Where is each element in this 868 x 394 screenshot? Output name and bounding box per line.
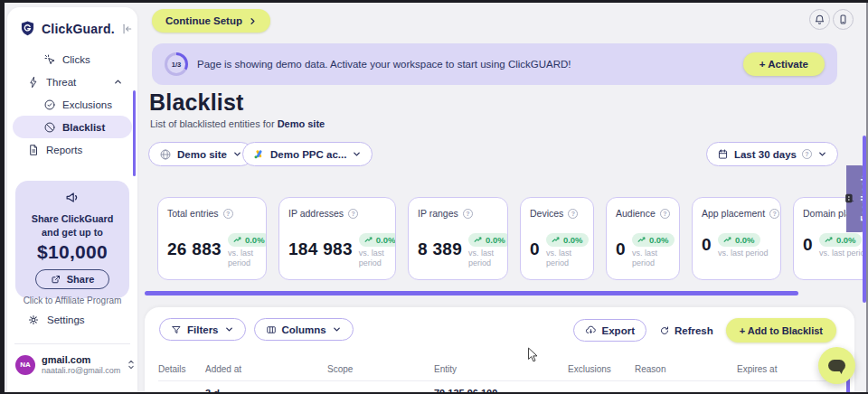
device-button[interactable]: [833, 9, 854, 30]
stat-value: 0: [702, 235, 712, 255]
stat-vs-label: vs. last period: [819, 249, 868, 258]
trend-up-icon: [364, 237, 373, 243]
window-frame-top: [0, 0, 868, 3]
chevron-down-icon: [817, 149, 827, 159]
table-toolbar-right: Export Refresh + Add to Blacklist: [573, 318, 836, 342]
sidebar-item-label: Blacklist: [62, 122, 105, 133]
add-to-blacklist-button[interactable]: + Add to Blacklist: [726, 318, 836, 342]
column-header-reason[interactable]: Reason: [635, 364, 737, 374]
column-header-entity[interactable]: Entity: [434, 364, 568, 374]
google-ads-icon: [253, 148, 265, 160]
sidebar-item-threat[interactable]: Threat: [7, 70, 137, 93]
shield-logo-icon: [19, 20, 36, 37]
refresh-button[interactable]: Refresh: [659, 325, 713, 336]
brand-name: ClickGuard.: [42, 22, 115, 36]
sidebar-item-clicks[interactable]: Clicks: [7, 48, 137, 70]
stat-vs-label: vs. last period: [632, 249, 674, 269]
table-toolbar-left: Filters Columns: [159, 318, 354, 341]
stat-value: 8 389: [418, 239, 462, 259]
stat-vs-label: vs. last period: [359, 249, 396, 269]
date-range-selector[interactable]: Last 30 days: [706, 142, 838, 166]
document-icon: [27, 144, 40, 156]
account-name: gmail.com: [42, 354, 120, 366]
external-link-icon: [51, 274, 61, 285]
promo-footer: Click to Affiliate Program: [23, 296, 122, 305]
trend-up-icon: [637, 237, 646, 243]
stat-value: 184 983: [288, 239, 353, 259]
filters-button[interactable]: Filters: [159, 318, 246, 341]
sidebar-item-blacklist[interactable]: Blacklist: [13, 116, 132, 138]
ppc-account-selector[interactable]: Demo PPC ac...: [242, 142, 373, 166]
sidebar-item-exclusions[interactable]: Exclusions: [7, 93, 137, 116]
affiliate-promo-card[interactable]: Share ClickGuard and get up to $10,000 S…: [15, 181, 129, 298]
info-icon[interactable]: [568, 209, 578, 219]
account-switcher[interactable]: NA gmail.com naatali.ro@gmail.com: [7, 354, 137, 376]
sidebar-collapse-icon[interactable]: [120, 23, 133, 35]
share-button[interactable]: Share: [35, 269, 110, 289]
site-selector[interactable]: Demo site: [148, 142, 253, 166]
sidebar-scrollbar[interactable]: [133, 90, 136, 176]
info-icon[interactable]: [463, 209, 473, 219]
sidebar-nav: Clicks Threat Exclusions Blacklist: [7, 48, 137, 161]
notifications-button[interactable]: [809, 9, 830, 30]
chevron-down-icon: [332, 324, 342, 334]
trend-badge: 0.0%: [468, 233, 508, 247]
stat-value: 26 883: [167, 239, 222, 259]
banner-message: Page is showing demo data. Activate your…: [197, 59, 571, 70]
cursor-click-icon: [43, 53, 56, 66]
stat-card-devices: Devices 0 0.0% vs. last period: [520, 197, 594, 280]
horizontal-scrollbar[interactable]: [145, 291, 798, 296]
refresh-icon: [659, 325, 670, 336]
chevron-down-icon: [352, 149, 362, 159]
stat-value: 0: [616, 239, 626, 259]
stat-value: 0: [530, 239, 540, 259]
sidebar-item-label: Clicks: [62, 54, 90, 65]
stat-label: App placement: [702, 208, 765, 219]
chevron-down-icon: [224, 324, 234, 334]
globe-icon: [159, 148, 172, 161]
sidebar-item-settings[interactable]: Settings: [7, 309, 137, 331]
stats-row: Total entries 26 883 0.0% vs. last perio…: [157, 197, 868, 282]
stat-card-audience: Audience 0 0.0% vs. last period: [606, 197, 680, 280]
calendar-icon: [717, 148, 729, 160]
stat-delta: 0.0%: [563, 235, 583, 245]
trend-badge: 0.0%: [819, 233, 862, 247]
stat-vs-label: vs. last period: [546, 249, 588, 269]
feedback-chat-icon: [844, 194, 854, 204]
column-header-scope[interactable]: Scope: [327, 364, 434, 374]
stat-delta-block: 0.0% vs. last period: [819, 230, 868, 258]
chat-launcher-button[interactable]: [818, 347, 855, 384]
funnel-icon: [171, 324, 182, 335]
refresh-label: Refresh: [675, 325, 713, 336]
column-header-details[interactable]: Details: [158, 364, 205, 374]
info-icon[interactable]: [769, 209, 779, 219]
info-icon[interactable]: [660, 209, 670, 219]
info-icon[interactable]: [348, 209, 358, 219]
continue-setup-button[interactable]: Continue Setup: [152, 9, 270, 33]
column-header-exclusions[interactable]: Exclusions: [568, 364, 635, 374]
activate-button[interactable]: + Activate: [743, 52, 825, 76]
stat-vs-label: vs. last period: [228, 249, 267, 269]
check-circle-icon: [43, 98, 56, 111]
columns-label: Columns: [282, 324, 326, 335]
stat-label: IP ranges: [418, 208, 458, 219]
info-icon[interactable]: [223, 209, 233, 219]
columns-button[interactable]: Columns: [254, 318, 354, 341]
sidebar-item-label: Reports: [46, 145, 82, 155]
stat-vs-label: vs. last period: [718, 249, 769, 258]
trend-badge: 0.0%: [228, 233, 267, 247]
sidebar-item-label: Exclusions: [62, 99, 112, 110]
settings-label: Settings: [47, 314, 85, 325]
stat-label: Audience: [616, 208, 656, 219]
stat-delta-block: 0.0% vs. last period: [468, 230, 508, 269]
share-button-label: Share: [67, 274, 95, 285]
export-button[interactable]: Export: [573, 319, 646, 342]
columns-icon: [266, 324, 277, 335]
trend-badge: 0.0%: [359, 233, 396, 247]
table-header-row: Details Added at Scope Entity Exclusions…: [158, 358, 845, 381]
column-header-added-at[interactable]: Added at: [205, 364, 327, 374]
export-label: Export: [602, 325, 635, 336]
account-info: gmail.com naatali.ro@gmail.com: [42, 354, 120, 376]
sidebar-item-reports[interactable]: Reports: [7, 138, 137, 161]
continue-setup-label: Continue Setup: [165, 15, 242, 26]
